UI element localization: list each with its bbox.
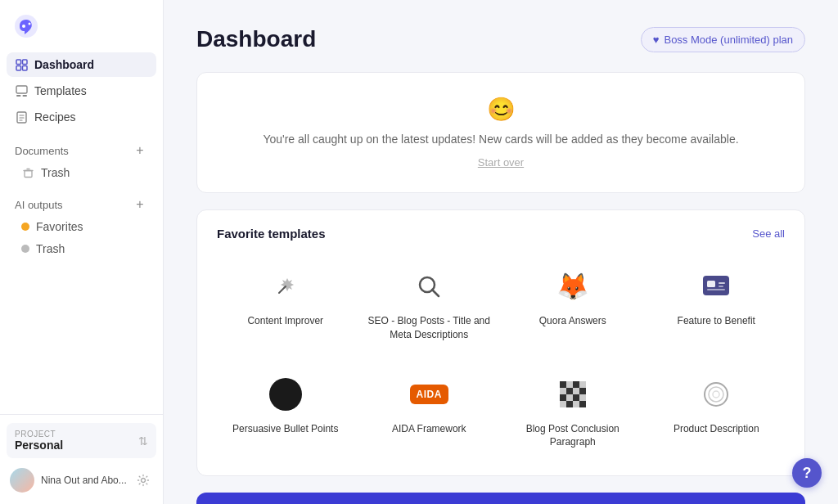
template-seo-blog[interactable]: SEO - Blog Posts - Title and Meta Descri… (361, 257, 498, 352)
updown-icon: ⇅ (138, 434, 148, 448)
seo-blog-icon (409, 267, 448, 306)
svg-point-42 (705, 383, 728, 406)
add-document-button[interactable]: + (132, 142, 148, 159)
svg-rect-27 (566, 381, 573, 388)
start-over-link[interactable]: Start over (478, 156, 524, 169)
ai-outputs-label: AI outputs (15, 199, 63, 211)
boss-mode-badge[interactable]: ♥ Boss Mode (unlimited) plan (641, 27, 805, 52)
sidebar-bottom: PROJECT Personal ⇅ Nina Out and Abo... (0, 414, 163, 504)
sidebar-item-dashboard[interactable]: Dashboard (7, 52, 156, 77)
svg-rect-14 (25, 170, 32, 177)
template-feature-benefit[interactable]: Feature to Benefit (648, 257, 786, 352)
feature-benefit-icon (696, 267, 736, 306)
svg-rect-34 (560, 394, 566, 401)
svg-line-18 (279, 286, 286, 293)
favorites-label: Favorites (36, 220, 83, 233)
project-selector[interactable]: PROJECT Personal ⇅ (7, 423, 156, 458)
project-label-text: PROJECT (15, 430, 63, 439)
svg-rect-41 (579, 401, 586, 407)
help-button[interactable]: ? (792, 458, 822, 488)
update-emoji: 😊 (214, 96, 788, 123)
heart-icon: ♥ (653, 34, 660, 46)
main-content: Dashboard ♥ Boss Mode (unlimited) plan 😊… (164, 0, 838, 504)
update-text: You're all caught up on the latest updat… (214, 131, 788, 148)
svg-rect-5 (16, 65, 21, 70)
product-desc-icon (696, 375, 736, 414)
product-desc-label: Product Description (674, 422, 759, 436)
user-name: Nina Out and Abo... (41, 475, 133, 486)
documents-label: Documents (15, 145, 69, 157)
svg-rect-36 (573, 394, 579, 401)
project-info: PROJECT Personal (15, 430, 63, 452)
svg-line-20 (432, 290, 439, 296)
svg-rect-40 (573, 401, 579, 407)
template-product-desc[interactable]: Product Description (648, 365, 786, 460)
main-header: Dashboard ♥ Boss Mode (unlimited) plan (196, 26, 805, 52)
see-all-link[interactable]: See all (752, 227, 785, 240)
svg-rect-29 (579, 381, 586, 388)
svg-rect-7 (16, 86, 27, 93)
question-mark-icon: ? (803, 465, 812, 482)
svg-rect-30 (560, 388, 566, 394)
template-blog-conclusion[interactable]: Blog Post Conclusion Paragraph (504, 365, 642, 460)
persuasive-icon (266, 375, 305, 414)
recipes-icon (15, 110, 28, 124)
page-title: Dashboard (196, 26, 316, 52)
user-row: Nina Out and Abo... (7, 465, 156, 496)
sidebar-item-favorites[interactable]: Favorites (7, 216, 156, 237)
ai-trash-label: Trash (36, 242, 65, 255)
sidebar-item-templates[interactable]: Templates (7, 79, 156, 103)
svg-point-17 (142, 479, 146, 483)
ai-outputs-section-header: AI outputs + (7, 188, 156, 216)
documents-section-header: Documents + (7, 134, 156, 162)
add-ai-output-button[interactable]: + (132, 196, 148, 213)
svg-rect-31 (566, 388, 573, 394)
templates-icon (15, 84, 28, 97)
persuasive-label: Persuasive Bullet Points (232, 422, 338, 436)
svg-point-43 (709, 387, 723, 402)
svg-rect-37 (579, 394, 586, 401)
svg-point-44 (713, 391, 719, 398)
favorites-dot (21, 223, 29, 231)
sidebar-item-ai-trash[interactable]: Trash (7, 238, 156, 259)
template-quora[interactable]: 🦊 Quora Answers (504, 257, 642, 352)
svg-rect-3 (16, 60, 21, 65)
svg-point-2 (29, 23, 31, 25)
sidebar: Dashboard Templates (0, 0, 164, 504)
svg-rect-38 (560, 401, 566, 407)
swag-card: Want Jasper Swag? Are you a content writ… (196, 493, 805, 504)
svg-rect-35 (566, 394, 573, 401)
svg-rect-4 (22, 60, 27, 65)
user-avatar (10, 468, 34, 493)
quora-label: Quora Answers (539, 314, 606, 328)
content-improver-label: Content Improver (247, 314, 323, 328)
svg-rect-32 (573, 388, 579, 394)
sidebar-item-documents-trash[interactable]: Trash (7, 162, 156, 183)
svg-rect-8 (16, 95, 21, 97)
settings-button[interactable] (133, 470, 153, 490)
seo-blog-label: SEO - Blog Posts - Title and Meta Descri… (367, 314, 492, 342)
project-name: Personal (15, 439, 63, 452)
template-aida[interactable]: AIDA AIDA Framework (361, 365, 498, 460)
templates-grid: Content Improver SEO - Blog Posts - Titl… (217, 257, 785, 459)
svg-rect-21 (703, 276, 729, 295)
blog-conclusion-label: Blog Post Conclusion Paragraph (511, 422, 635, 450)
ai-trash-dot (21, 245, 29, 253)
svg-rect-33 (579, 388, 586, 394)
template-persuasive[interactable]: Persuasive Bullet Points (217, 365, 354, 460)
aida-label: AIDA Framework (392, 422, 466, 436)
app-logo (13, 13, 39, 39)
svg-rect-28 (573, 381, 579, 388)
svg-rect-22 (707, 281, 715, 287)
logo-area (0, 0, 163, 49)
trash-icon-documents (21, 166, 34, 179)
aida-icon: AIDA (409, 375, 448, 414)
boss-mode-label: Boss Mode (unlimited) plan (664, 34, 793, 46)
favorite-templates-title: Favorite templates (217, 227, 326, 241)
quora-icon: 🦊 (553, 267, 592, 306)
svg-rect-9 (22, 95, 27, 97)
template-content-improver[interactable]: Content Improver (217, 257, 354, 352)
svg-rect-23 (707, 289, 725, 290)
sidebar-item-recipes[interactable]: Recipes (7, 105, 156, 129)
sidebar-item-dashboard-label: Dashboard (34, 58, 94, 71)
